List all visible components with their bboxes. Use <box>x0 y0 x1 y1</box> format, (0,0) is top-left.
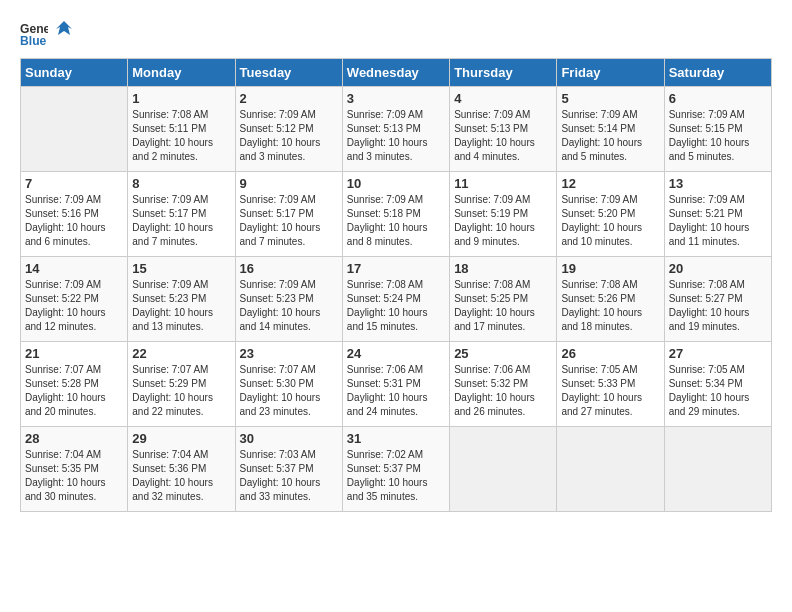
sunrise-text: Sunrise: 7:09 AM <box>347 108 445 122</box>
day-detail: Sunrise: 7:08 AM Sunset: 5:24 PM Dayligh… <box>347 278 445 334</box>
day-cell: 7 Sunrise: 7:09 AM Sunset: 5:16 PM Dayli… <box>21 172 128 257</box>
sunset-text: Sunset: 5:33 PM <box>561 377 659 391</box>
page-header: General Blue <box>20 20 772 48</box>
day-detail: Sunrise: 7:09 AM Sunset: 5:14 PM Dayligh… <box>561 108 659 164</box>
sunrise-text: Sunrise: 7:09 AM <box>669 193 767 207</box>
day-detail: Sunrise: 7:03 AM Sunset: 5:37 PM Dayligh… <box>240 448 338 504</box>
daylight-text: Daylight: 10 hours and 18 minutes. <box>561 306 659 334</box>
sunrise-text: Sunrise: 7:08 AM <box>454 278 552 292</box>
day-detail: Sunrise: 7:05 AM Sunset: 5:34 PM Dayligh… <box>669 363 767 419</box>
sunset-text: Sunset: 5:11 PM <box>132 122 230 136</box>
daylight-text: Daylight: 10 hours and 24 minutes. <box>347 391 445 419</box>
day-cell <box>21 87 128 172</box>
sunset-text: Sunset: 5:23 PM <box>240 292 338 306</box>
day-detail: Sunrise: 7:09 AM Sunset: 5:17 PM Dayligh… <box>132 193 230 249</box>
day-detail: Sunrise: 7:06 AM Sunset: 5:32 PM Dayligh… <box>454 363 552 419</box>
sunrise-text: Sunrise: 7:08 AM <box>132 108 230 122</box>
sunset-text: Sunset: 5:24 PM <box>347 292 445 306</box>
day-number: 21 <box>25 346 123 361</box>
day-cell: 1 Sunrise: 7:08 AM Sunset: 5:11 PM Dayli… <box>128 87 235 172</box>
daylight-text: Daylight: 10 hours and 20 minutes. <box>25 391 123 419</box>
day-number: 30 <box>240 431 338 446</box>
sunrise-text: Sunrise: 7:09 AM <box>669 108 767 122</box>
logo-bird-icon <box>54 19 74 39</box>
day-cell: 21 Sunrise: 7:07 AM Sunset: 5:28 PM Dayl… <box>21 342 128 427</box>
daylight-text: Daylight: 10 hours and 9 minutes. <box>454 221 552 249</box>
day-cell: 27 Sunrise: 7:05 AM Sunset: 5:34 PM Dayl… <box>664 342 771 427</box>
daylight-text: Daylight: 10 hours and 17 minutes. <box>454 306 552 334</box>
svg-marker-3 <box>56 21 72 35</box>
sunrise-text: Sunrise: 7:06 AM <box>454 363 552 377</box>
sunset-text: Sunset: 5:16 PM <box>25 207 123 221</box>
daylight-text: Daylight: 10 hours and 33 minutes. <box>240 476 338 504</box>
daylight-text: Daylight: 10 hours and 19 minutes. <box>669 306 767 334</box>
sunset-text: Sunset: 5:21 PM <box>669 207 767 221</box>
day-number: 27 <box>669 346 767 361</box>
day-number: 25 <box>454 346 552 361</box>
daylight-text: Daylight: 10 hours and 26 minutes. <box>454 391 552 419</box>
daylight-text: Daylight: 10 hours and 6 minutes. <box>25 221 123 249</box>
day-number: 20 <box>669 261 767 276</box>
sunrise-text: Sunrise: 7:09 AM <box>454 108 552 122</box>
day-cell: 12 Sunrise: 7:09 AM Sunset: 5:20 PM Dayl… <box>557 172 664 257</box>
sunset-text: Sunset: 5:34 PM <box>669 377 767 391</box>
logo-icon: General Blue <box>20 20 48 48</box>
svg-text:Blue: Blue <box>20 34 47 48</box>
day-detail: Sunrise: 7:09 AM Sunset: 5:23 PM Dayligh… <box>132 278 230 334</box>
header-row: SundayMondayTuesdayWednesdayThursdayFrid… <box>21 59 772 87</box>
day-cell: 18 Sunrise: 7:08 AM Sunset: 5:25 PM Dayl… <box>450 257 557 342</box>
day-detail: Sunrise: 7:09 AM Sunset: 5:15 PM Dayligh… <box>669 108 767 164</box>
sunset-text: Sunset: 5:18 PM <box>347 207 445 221</box>
day-number: 17 <box>347 261 445 276</box>
sunrise-text: Sunrise: 7:09 AM <box>240 193 338 207</box>
sunset-text: Sunset: 5:26 PM <box>561 292 659 306</box>
day-number: 7 <box>25 176 123 191</box>
week-row-4: 21 Sunrise: 7:07 AM Sunset: 5:28 PM Dayl… <box>21 342 772 427</box>
day-detail: Sunrise: 7:04 AM Sunset: 5:36 PM Dayligh… <box>132 448 230 504</box>
sunrise-text: Sunrise: 7:02 AM <box>347 448 445 462</box>
day-detail: Sunrise: 7:04 AM Sunset: 5:35 PM Dayligh… <box>25 448 123 504</box>
day-number: 14 <box>25 261 123 276</box>
daylight-text: Daylight: 10 hours and 2 minutes. <box>132 136 230 164</box>
sunrise-text: Sunrise: 7:09 AM <box>132 278 230 292</box>
day-cell: 4 Sunrise: 7:09 AM Sunset: 5:13 PM Dayli… <box>450 87 557 172</box>
day-number: 6 <box>669 91 767 106</box>
sunset-text: Sunset: 5:25 PM <box>454 292 552 306</box>
sunset-text: Sunset: 5:13 PM <box>454 122 552 136</box>
daylight-text: Daylight: 10 hours and 15 minutes. <box>347 306 445 334</box>
daylight-text: Daylight: 10 hours and 32 minutes. <box>132 476 230 504</box>
daylight-text: Daylight: 10 hours and 14 minutes. <box>240 306 338 334</box>
sunrise-text: Sunrise: 7:08 AM <box>669 278 767 292</box>
day-number: 24 <box>347 346 445 361</box>
day-number: 11 <box>454 176 552 191</box>
day-cell: 25 Sunrise: 7:06 AM Sunset: 5:32 PM Dayl… <box>450 342 557 427</box>
sunrise-text: Sunrise: 7:09 AM <box>561 193 659 207</box>
day-detail: Sunrise: 7:09 AM Sunset: 5:12 PM Dayligh… <box>240 108 338 164</box>
day-detail: Sunrise: 7:08 AM Sunset: 5:27 PM Dayligh… <box>669 278 767 334</box>
sunrise-text: Sunrise: 7:09 AM <box>132 193 230 207</box>
day-detail: Sunrise: 7:09 AM Sunset: 5:16 PM Dayligh… <box>25 193 123 249</box>
day-number: 26 <box>561 346 659 361</box>
week-row-1: 1 Sunrise: 7:08 AM Sunset: 5:11 PM Dayli… <box>21 87 772 172</box>
header-day-sunday: Sunday <box>21 59 128 87</box>
day-cell <box>450 427 557 512</box>
sunrise-text: Sunrise: 7:09 AM <box>240 108 338 122</box>
day-cell: 30 Sunrise: 7:03 AM Sunset: 5:37 PM Dayl… <box>235 427 342 512</box>
day-number: 18 <box>454 261 552 276</box>
daylight-text: Daylight: 10 hours and 12 minutes. <box>25 306 123 334</box>
sunrise-text: Sunrise: 7:09 AM <box>25 193 123 207</box>
day-detail: Sunrise: 7:09 AM Sunset: 5:13 PM Dayligh… <box>347 108 445 164</box>
header-day-saturday: Saturday <box>664 59 771 87</box>
day-cell: 10 Sunrise: 7:09 AM Sunset: 5:18 PM Dayl… <box>342 172 449 257</box>
daylight-text: Daylight: 10 hours and 11 minutes. <box>669 221 767 249</box>
sunrise-text: Sunrise: 7:08 AM <box>347 278 445 292</box>
day-number: 13 <box>669 176 767 191</box>
week-row-5: 28 Sunrise: 7:04 AM Sunset: 5:35 PM Dayl… <box>21 427 772 512</box>
sunset-text: Sunset: 5:27 PM <box>669 292 767 306</box>
day-cell: 3 Sunrise: 7:09 AM Sunset: 5:13 PM Dayli… <box>342 87 449 172</box>
sunset-text: Sunset: 5:31 PM <box>347 377 445 391</box>
sunrise-text: Sunrise: 7:03 AM <box>240 448 338 462</box>
sunrise-text: Sunrise: 7:07 AM <box>240 363 338 377</box>
week-row-2: 7 Sunrise: 7:09 AM Sunset: 5:16 PM Dayli… <box>21 172 772 257</box>
sunrise-text: Sunrise: 7:09 AM <box>347 193 445 207</box>
